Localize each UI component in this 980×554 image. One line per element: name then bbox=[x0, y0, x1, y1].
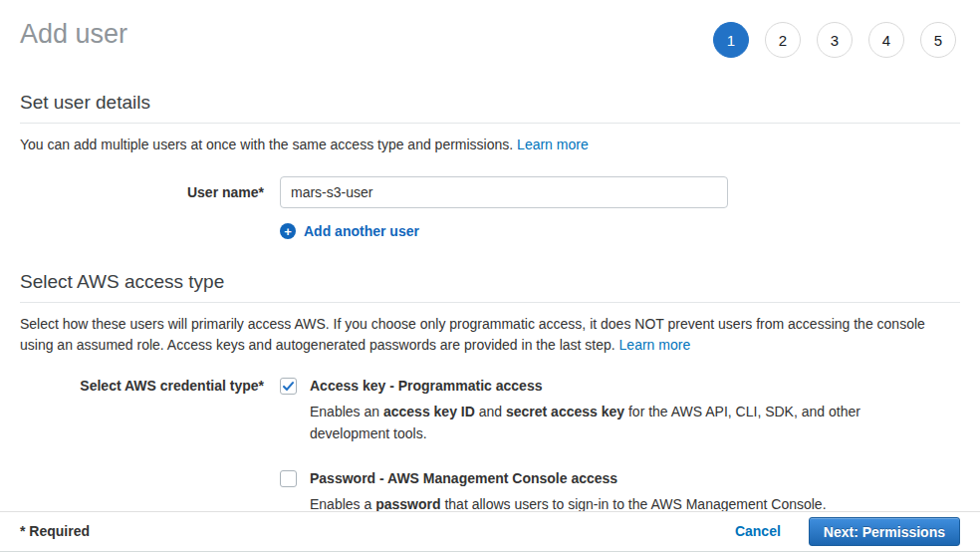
access-type-learn-more-link[interactable]: Learn more bbox=[619, 337, 691, 353]
credential-options: Access key - Programmatic access Enables… bbox=[280, 377, 960, 515]
next-permissions-button[interactable]: Next: Permissions bbox=[809, 517, 960, 546]
user-details-description-text: You can add multiple users at once with … bbox=[20, 137, 513, 152]
add-user-page: Add user 1 2 3 4 5 Set user details You … bbox=[0, 0, 980, 515]
username-label: User name* bbox=[20, 176, 264, 208]
required-note: * Required bbox=[20, 523, 90, 539]
step-2-badge: 2 bbox=[765, 22, 801, 58]
access-type-description: Select how these users will primarily ac… bbox=[20, 314, 960, 356]
user-details-learn-more-link[interactable]: Learn more bbox=[517, 137, 589, 152]
step-4-badge: 4 bbox=[868, 22, 904, 58]
access-key-option-body: Access key - Programmatic access Enables… bbox=[310, 377, 872, 444]
user-details-description: You can add multiple users at once with … bbox=[20, 135, 960, 155]
access-type-description-text: Select how these users will primarily ac… bbox=[20, 316, 925, 353]
cancel-button[interactable]: Cancel bbox=[735, 523, 781, 539]
page-title: Add user bbox=[20, 18, 127, 50]
desc-text: that allows users to sign-in to the AWS … bbox=[441, 496, 827, 512]
access-key-option-description: Enables an access key ID and secret acce… bbox=[310, 401, 872, 444]
access-type-heading: Select AWS access type bbox=[20, 271, 960, 293]
desc-text: Enables an bbox=[310, 404, 383, 419]
username-input[interactable] bbox=[280, 176, 728, 208]
page-header: Add user 1 2 3 4 5 bbox=[20, 0, 960, 58]
password-checkbox[interactable] bbox=[280, 470, 297, 487]
divider bbox=[20, 302, 960, 303]
step-1-badge: 1 bbox=[713, 22, 749, 58]
step-indicator: 1 2 3 4 5 bbox=[713, 18, 960, 58]
wizard-footer: * Required Cancel Next: Permissions bbox=[0, 511, 980, 552]
username-field-wrap bbox=[280, 176, 960, 208]
checkmark-icon bbox=[282, 380, 295, 393]
credential-type-label: Select AWS credential type* bbox=[20, 377, 264, 515]
password-option-title: Password - AWS Management Console access bbox=[310, 469, 827, 488]
option-password: Password - AWS Management Console access… bbox=[280, 469, 960, 515]
step-5-badge: 5 bbox=[920, 22, 956, 58]
desc-text-bold: secret access key bbox=[506, 404, 624, 419]
add-another-user-button[interactable]: + Add another user bbox=[280, 223, 419, 239]
access-key-checkbox[interactable] bbox=[280, 378, 297, 395]
divider bbox=[20, 123, 960, 124]
username-row: User name* bbox=[20, 176, 960, 208]
add-another-user-label: Add another user bbox=[304, 223, 419, 239]
access-key-option-title: Access key - Programmatic access bbox=[310, 377, 872, 396]
plus-circle-icon: + bbox=[280, 223, 296, 239]
desc-text-bold: access key ID bbox=[383, 404, 475, 419]
credential-type-row: Select AWS credential type* Access key -… bbox=[20, 377, 960, 515]
desc-text-bold: password bbox=[375, 496, 440, 512]
desc-text: Enables a bbox=[310, 496, 375, 512]
password-option-body: Password - AWS Management Console access… bbox=[310, 469, 827, 515]
step-3-badge: 3 bbox=[817, 22, 853, 58]
option-access-key: Access key - Programmatic access Enables… bbox=[280, 377, 960, 444]
user-details-heading: Set user details bbox=[20, 92, 960, 114]
desc-text: and bbox=[475, 404, 506, 419]
